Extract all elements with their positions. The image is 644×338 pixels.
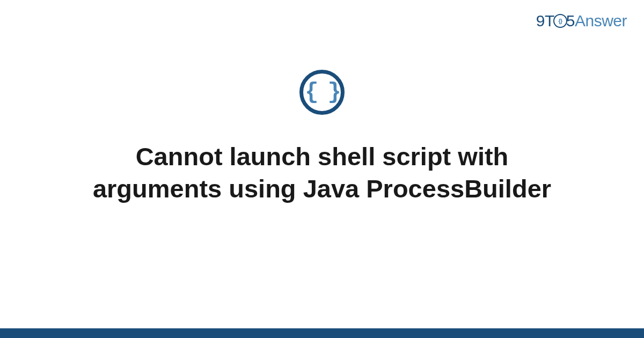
- logo-clock-icon: {}: [553, 14, 567, 28]
- logo-text-5: 5: [566, 12, 575, 30]
- category-braces-icon: { }: [299, 70, 345, 115]
- bottom-accent-bar: [0, 328, 644, 338]
- page-title: Cannot launch shell script with argument…: [80, 141, 564, 204]
- main-content: { } Cannot launch shell script with argu…: [0, 70, 644, 204]
- logo-text-9t: 9T: [536, 12, 554, 30]
- site-logo: 9T{}5Answer: [536, 12, 627, 30]
- logo-text-answer: Answer: [575, 12, 627, 30]
- logo-circle-glyph: {}: [558, 18, 562, 24]
- braces-glyph: { }: [305, 79, 339, 105]
